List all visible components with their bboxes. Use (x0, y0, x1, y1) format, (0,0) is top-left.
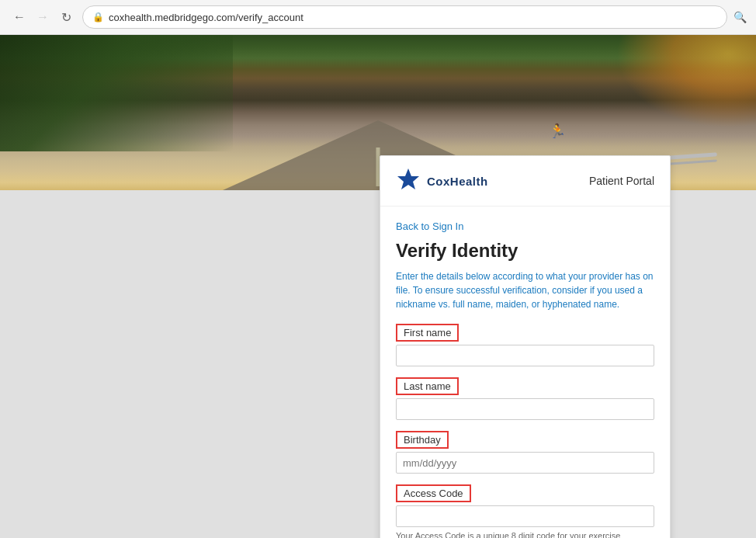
birthday-label-row: Birthday (396, 431, 654, 449)
forward-button[interactable]: → (33, 7, 53, 27)
last-name-label-row: Last name (396, 377, 654, 395)
url-text: coxhealth.medbridgego.com/verify_account (109, 12, 717, 23)
birthday-input[interactable] (396, 452, 654, 474)
card-body: Back to Sign In Verify Identity Enter th… (380, 207, 670, 538)
back-button[interactable]: ← (9, 7, 29, 27)
access-code-label: Access Code (396, 484, 471, 502)
svg-marker-0 (397, 168, 419, 189)
lock-icon: 🔒 (92, 12, 104, 23)
address-bar[interactable]: 🔒 coxhealth.medbridgego.com/verify_accou… (82, 5, 727, 29)
birthday-group: Birthday (396, 431, 654, 474)
verify-description: Enter the details below according to wha… (396, 269, 654, 311)
access-code-input[interactable] (396, 505, 654, 527)
refresh-button[interactable]: ↻ (56, 7, 76, 27)
access-code-helper: Your Access Code is a unique 8 digit cod… (396, 530, 654, 538)
first-name-label: First name (396, 324, 459, 342)
coxhealth-logo-icon (396, 167, 421, 195)
portal-label: Patient Portal (589, 175, 654, 187)
page-title: Verify Identity (396, 240, 654, 262)
last-name-group: Last name (396, 377, 654, 420)
last-name-input[interactable] (396, 398, 654, 420)
first-name-group: First name (396, 324, 654, 366)
logo-text: CoxHealth (427, 175, 488, 188)
search-icon[interactable]: 🔍 (733, 11, 747, 23)
main-content: 🏃 CoxHealth Patient Portal Back to Sign … (0, 35, 756, 538)
first-name-label-row: First name (396, 324, 654, 342)
birthday-label: Birthday (396, 431, 449, 449)
runner-figure: 🏃 (549, 123, 566, 140)
card-header: CoxHealth Patient Portal (380, 156, 670, 207)
first-name-input[interactable] (396, 345, 654, 366)
access-code-group: Access Code Your Access Code is a unique… (396, 484, 654, 538)
nav-buttons: ← → ↻ (9, 7, 76, 27)
access-code-label-row: Access Code (396, 484, 654, 502)
verify-card: CoxHealth Patient Portal Back to Sign In… (380, 155, 671, 538)
back-to-signin-link[interactable]: Back to Sign In (396, 220, 463, 232)
browser-chrome: ← → ↻ 🔒 coxhealth.medbridgego.com/verify… (0, 0, 756, 35)
last-name-label: Last name (396, 377, 459, 395)
logo-area: CoxHealth (396, 167, 488, 195)
